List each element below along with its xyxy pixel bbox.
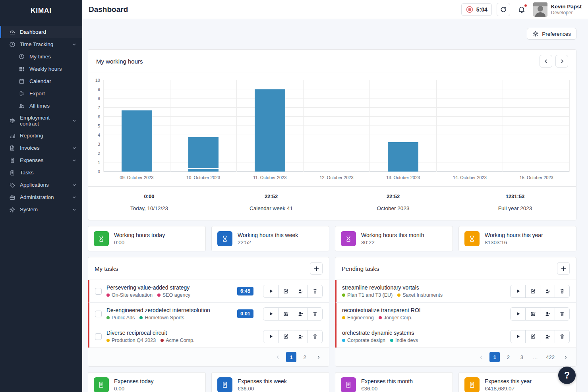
page-number[interactable]: 1 [489, 352, 500, 362]
page-number[interactable]: 422 [544, 352, 557, 362]
sidebar-item-employment-contract[interactable]: Employment contract [0, 112, 82, 129]
sidebar-item-export[interactable]: Export [0, 87, 82, 100]
sidebar-item-dashboard[interactable]: Dashboard [0, 26, 82, 38]
card-working-hours-today: Working hours today0:00 [88, 226, 206, 251]
user-minus-button[interactable] [293, 308, 308, 320]
task-checkbox[interactable] [95, 333, 102, 340]
user-check-button[interactable] [540, 308, 555, 320]
delete-button[interactable] [555, 330, 569, 343]
project-tag: Indie devs [390, 338, 418, 343]
card-working-hours-week: Working hours this week22:52 [211, 226, 329, 251]
sidebar-item-reporting[interactable]: Reporting [0, 129, 82, 142]
refresh-button[interactable] [497, 3, 510, 16]
pending-tasks-pagination: 1 2 3 … 422 [335, 348, 576, 366]
help-button[interactable]: ? [558, 367, 576, 384]
task-checkbox[interactable] [95, 288, 102, 295]
task-checkbox[interactable] [95, 311, 102, 317]
edit-button[interactable] [525, 308, 540, 320]
chart-next-button[interactable] [555, 55, 568, 68]
page-next-button[interactable] [560, 352, 571, 362]
edit-button[interactable] [525, 285, 540, 297]
activity-tag: Engineering [342, 315, 374, 321]
sidebar-item-weekly-hours[interactable]: Weekly hours [0, 63, 82, 75]
sidebar-item-label: Reporting [20, 133, 43, 139]
stop-record-icon [466, 6, 474, 14]
add-task-button[interactable] [310, 262, 323, 275]
receipt-icon [341, 377, 356, 392]
task-title: Persevering value-added strategy [106, 284, 232, 291]
page-prev-button[interactable] [476, 352, 486, 362]
sidebar-item-label: System [20, 207, 38, 212]
my-tasks-list: Persevering value-added strategy On-Site… [88, 280, 329, 348]
expenses-cards: Expenses today0.00 Expenses this week€36… [88, 372, 576, 392]
sidebar-nav: Dashboard Time Tracking My times Weekly … [0, 26, 82, 216]
start-timer-button[interactable] [511, 330, 525, 343]
card-expenses-week: Expenses this week€36.00 [211, 372, 329, 392]
hourglass-icon [94, 231, 109, 246]
sidebar-item-invoices[interactable]: Invoices [0, 142, 82, 154]
edit-button[interactable] [278, 285, 293, 297]
preferences-button[interactable]: Preferences [527, 28, 576, 40]
user-check-button[interactable] [540, 285, 555, 297]
sidebar-item-my-times[interactable]: My times [0, 50, 82, 63]
delete-button[interactable] [555, 285, 569, 297]
edit-button[interactable] [278, 308, 293, 320]
delete-button[interactable] [308, 308, 322, 320]
page-number[interactable]: 3 [516, 352, 527, 362]
dashboard-icon [9, 29, 15, 35]
chart-column [104, 80, 170, 172]
page-number[interactable]: 2 [503, 352, 513, 362]
x-tick-label: 12. October 2023 [303, 175, 370, 180]
page-number[interactable]: 1 [286, 352, 296, 362]
y-tick-label: 0 [98, 169, 100, 174]
start-timer-button[interactable] [511, 308, 525, 320]
user-check-button[interactable] [540, 330, 555, 343]
chevron-down-icon [72, 42, 77, 47]
tag-dot [139, 316, 143, 319]
delete-button[interactable] [308, 330, 322, 343]
page-number[interactable]: 2 [300, 352, 310, 362]
sidebar-item-applications[interactable]: Applications [0, 179, 82, 191]
notifications-button[interactable] [515, 3, 528, 16]
top-header: Dashboard 5:04 Kevin Papst Developer [82, 0, 588, 19]
sidebar-item-calendar[interactable]: Calendar [0, 75, 82, 87]
calendar-icon [19, 78, 25, 84]
preferences-label: Preferences [542, 31, 571, 37]
user-minus-button[interactable] [293, 330, 308, 343]
sidebar-item-system[interactable]: System [0, 203, 82, 216]
x-tick-label: 09. October 2023 [103, 175, 170, 180]
add-task-button[interactable] [557, 262, 570, 275]
delete-button[interactable] [555, 308, 569, 320]
sidebar-item-all-times[interactable]: All times [0, 100, 82, 112]
edit-button[interactable] [525, 330, 540, 343]
scale-icon [9, 118, 15, 124]
edit-button[interactable] [278, 330, 293, 343]
clipboard-icon [9, 170, 15, 176]
sidebar-item-expenses[interactable]: Expenses [0, 154, 82, 166]
start-timer-button[interactable] [511, 285, 525, 297]
y-tick-label: 1 [98, 160, 100, 165]
sidebar-item-label: My times [29, 54, 51, 60]
stat-week: 22:52 Calendar week 41 [210, 193, 332, 211]
clock-icon [9, 41, 15, 48]
y-tick-label: 10 [95, 78, 100, 83]
user-minus-button[interactable] [293, 285, 308, 297]
start-timer-button[interactable] [263, 330, 278, 343]
user-menu[interactable]: Kevin Papst Developer [533, 2, 582, 17]
chart-prev-button[interactable] [540, 55, 552, 68]
task-title: streamline revolutionary vortals [342, 284, 505, 291]
hourglass-icon [341, 231, 356, 246]
sidebar-item-time-tracking[interactable]: Time Tracking [0, 38, 82, 50]
page-prev-button[interactable] [273, 352, 283, 362]
sidebar-item-label: Calendar [29, 78, 51, 84]
bar-segment [255, 89, 285, 172]
start-timer-button[interactable] [263, 285, 278, 297]
chevron-down-icon [72, 183, 77, 187]
start-timer-button[interactable] [263, 308, 278, 320]
delete-button[interactable] [308, 285, 322, 297]
page-next-button[interactable] [313, 352, 323, 362]
active-timer-button[interactable]: 5:04 [461, 3, 492, 16]
sidebar-item-administration[interactable]: Administration [0, 191, 82, 203]
tag-dot [157, 294, 161, 297]
sidebar-item-tasks[interactable]: Tasks [0, 166, 82, 179]
